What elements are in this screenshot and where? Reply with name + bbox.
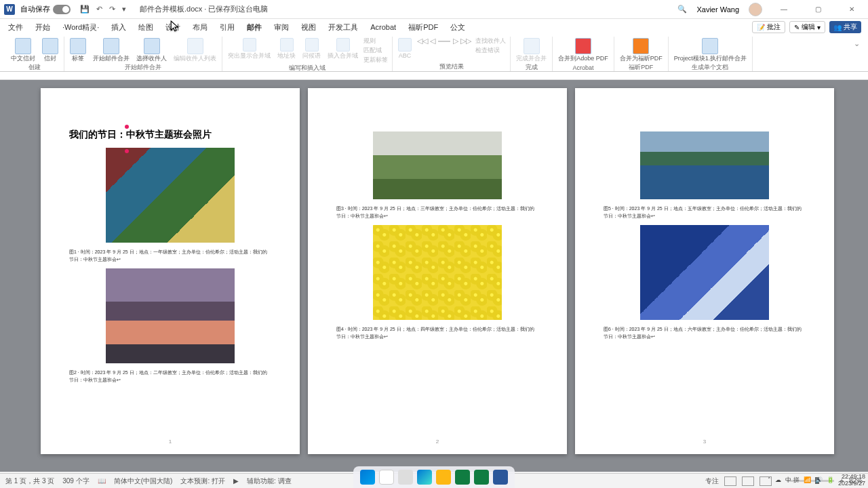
tab-view[interactable]: 视图	[300, 21, 317, 34]
autosave-toggle[interactable]	[53, 5, 71, 14]
wifi-icon[interactable]: 📶	[804, 476, 811, 483]
search-icon[interactable]: 🔍	[677, 5, 687, 14]
avatar[interactable]	[749, 3, 762, 16]
text-prediction[interactable]: 文本预测: 打开	[180, 476, 225, 486]
volume-icon[interactable]: 🔊	[815, 476, 823, 483]
ribbon-group-foxit: 合并为福昕PDF 福昕PDF	[614, 37, 669, 71]
accessibility-check[interactable]: 辅助功能: 调查	[247, 476, 292, 486]
spellcheck-icon[interactable]: 📖	[98, 477, 106, 485]
tab-review[interactable]: 审阅	[273, 21, 290, 34]
comments-button[interactable]: 📝 批注	[752, 21, 785, 33]
page-3[interactable]: 图5 · 时间：2023 年 9 月 25 日；地点：五年级教室；主办单位：伯伦…	[575, 88, 834, 454]
caption-5[interactable]: 图5 · 时间：2023 年 9 月 25 日；地点：五年级教室；主办单位：伯伦…	[604, 205, 806, 220]
document-heading[interactable]: 我们的节日：中秋节主题班会照片	[69, 129, 271, 141]
update-labels-button: 更新标签	[363, 56, 388, 64]
start-merge-button[interactable]: 开始邮件合并	[92, 37, 131, 63]
page-1[interactable]: 我们的节日：中秋节主题班会照片 图1 · 时间：2023 年 9 月 25 日；…	[41, 88, 300, 454]
editing-mode-button[interactable]: ✎ 编辑 ▾	[789, 21, 825, 33]
tab-mailings[interactable]: 邮件	[245, 21, 263, 34]
task-view-button[interactable]	[398, 470, 413, 485]
tab-foxit[interactable]: 福昕PDF	[407, 21, 439, 34]
select-recipients-button[interactable]: 选择收件人	[135, 37, 168, 63]
redo-icon[interactable]: ↷	[109, 5, 115, 14]
finish-icon	[524, 38, 540, 54]
image-3[interactable]	[373, 131, 502, 199]
image-1[interactable]	[106, 148, 235, 243]
match-fields-button: 匹配域	[363, 46, 388, 55]
project-macro-button[interactable]: Project模块1.执行邮件合并	[673, 37, 749, 63]
envelope-button[interactable]: 信封	[41, 37, 60, 63]
caption-4[interactable]: 图4 · 时间：2023 年 9 月 25 日；地点：四年级教室；主办单位：伯伦…	[336, 325, 538, 340]
clock-time[interactable]: 22:49:18	[838, 473, 865, 480]
horizontal-ruler[interactable]	[0, 72, 868, 80]
excel-icon[interactable]	[474, 470, 489, 485]
ribbon-group-start: 标签 开始邮件合并 选择收件人 编辑收件人列表 开始邮件合并	[64, 37, 222, 71]
tab-references[interactable]: 引用	[218, 21, 236, 34]
excel-icon[interactable]	[455, 470, 470, 485]
document-area[interactable]: 我们的节日：中秋节主题班会照片 图1 · 时间：2023 年 9 月 25 日；…	[0, 80, 868, 472]
tab-insert[interactable]: 插入	[110, 21, 127, 34]
group-label: 完成	[526, 63, 538, 72]
list-icon	[187, 38, 203, 54]
word-count[interactable]: 309 个字	[62, 476, 89, 486]
edge-icon[interactable]	[417, 470, 432, 485]
clock-date[interactable]: 2023/9/27	[838, 480, 865, 487]
tray-chevron-icon[interactable]: ˄	[768, 476, 771, 483]
tab-home[interactable]: 开始	[34, 21, 52, 34]
page-number: 1	[169, 439, 172, 445]
chinese-envelope-button[interactable]: 中文信封	[9, 37, 37, 63]
tab-layout[interactable]: 布局	[191, 21, 209, 34]
labels-button[interactable]: 标签	[68, 37, 87, 63]
word-icon[interactable]	[493, 470, 508, 485]
tab-file[interactable]: 文件	[7, 21, 24, 34]
image-6[interactable]	[640, 225, 769, 320]
merge-adobe-pdf-button[interactable]: 合并到Adobe PDF	[557, 37, 610, 63]
undo-icon[interactable]: ↶	[96, 5, 102, 14]
tab-developer[interactable]: 开发工具	[327, 21, 359, 34]
group-label: 生成单个文档	[692, 63, 728, 72]
image-2[interactable]	[106, 268, 235, 363]
start-button[interactable]	[360, 470, 375, 485]
tab-acrobat[interactable]: Acrobat	[369, 22, 397, 33]
read-mode-button[interactable]	[724, 476, 736, 486]
tab-gongwen[interactable]: 公文	[449, 21, 467, 34]
merge-icon	[103, 38, 119, 54]
caption-1[interactable]: 图1 · 时间：2023 年 9 月 25 日；地点：一年级教室；主办单位：伯伦…	[69, 248, 271, 263]
maximize-button[interactable]: ▢	[806, 1, 830, 18]
collapse-ribbon-button[interactable]: ⌄	[851, 37, 863, 71]
language-indicator[interactable]: 简体中文(中国大陆)	[114, 476, 173, 486]
page-2[interactable]: 图3 · 时间：2023 年 9 月 25 日；地点：三年级教室；主办单位：伯伦…	[308, 88, 567, 454]
close-button[interactable]: ✕	[840, 1, 864, 18]
minimize-button[interactable]: —	[772, 1, 796, 18]
focus-mode-button[interactable]: 专注	[705, 476, 719, 486]
save-icon[interactable]: 💾	[80, 5, 90, 14]
tab-wordwizard[interactable]: ·Word精灵·	[61, 21, 100, 34]
qat-more-icon[interactable]: ▾	[122, 5, 126, 14]
ime-indicator[interactable]: 中 拼	[785, 476, 800, 485]
caption-2[interactable]: 图2 · 时间：2023 年 9 月 25 日；地点：二年级教室；主办单位：伯伦…	[69, 369, 271, 384]
ribbon-group-finish: 完成并合并 完成	[511, 37, 553, 71]
user-name[interactable]: Xavier Wang	[696, 5, 739, 14]
page-indicator[interactable]: 第 1 页，共 3 页	[5, 476, 54, 486]
print-layout-button[interactable]	[742, 476, 754, 486]
image-4[interactable]	[373, 225, 502, 320]
people-icon	[144, 38, 160, 54]
document-title[interactable]: 邮件合并模板.docx · 已保存到这台电脑	[140, 4, 268, 14]
caption-6[interactable]: 图6 · 时间：2023 年 9 月 25 日；地点：六年级教室；主办单位：伯伦…	[604, 325, 806, 340]
macro-icon[interactable]: ▶	[233, 477, 239, 485]
search-button[interactable]	[379, 470, 394, 485]
envelope-icon	[42, 38, 58, 54]
onedrive-icon[interactable]: ☁	[775, 476, 781, 483]
autosave-control[interactable]: 自动保存	[20, 4, 71, 14]
caption-3[interactable]: 图3 · 时间：2023 年 9 月 25 日；地点：三年级教室；主办单位：伯伦…	[336, 205, 538, 220]
system-tray[interactable]: ˄ ☁ 中 拼 📶 🔊 🔋 22:49:18 2023/9/27	[768, 473, 865, 487]
merge-foxit-pdf-button[interactable]: 合并为福昕PDF	[618, 37, 664, 63]
share-button[interactable]: 👥 共享	[829, 21, 861, 33]
image-5[interactable]	[640, 131, 769, 199]
finish-merge-button: 完成并合并	[515, 37, 548, 63]
explorer-icon[interactable]	[436, 470, 451, 485]
windows-taskbar[interactable]	[353, 466, 515, 488]
macro-icon	[702, 38, 718, 54]
battery-icon[interactable]: 🔋	[827, 476, 834, 483]
tab-draw[interactable]: 绘图	[137, 21, 155, 34]
